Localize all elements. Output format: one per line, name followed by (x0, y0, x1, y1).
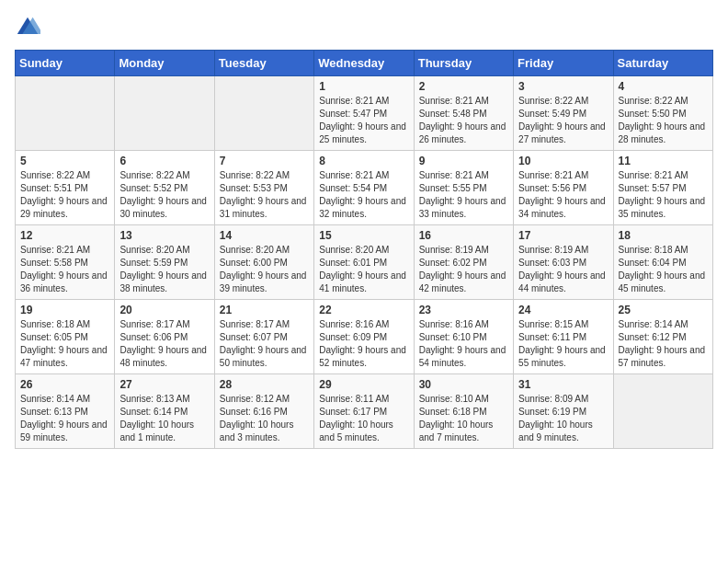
calendar-day-cell: 13Sunrise: 8:20 AM Sunset: 5:59 PM Dayli… (115, 225, 214, 300)
calendar-day-cell (16, 76, 115, 151)
day-info: Sunrise: 8:16 AM Sunset: 6:10 PM Dayligh… (419, 318, 508, 370)
day-number: 25 (619, 304, 708, 316)
calendar-day-cell: 28Sunrise: 8:12 AM Sunset: 6:16 PM Dayli… (214, 374, 313, 449)
day-number: 17 (518, 229, 608, 242)
day-info: Sunrise: 8:21 AM Sunset: 5:58 PM Dayligh… (20, 244, 109, 295)
calendar-day-cell: 20Sunrise: 8:17 AM Sunset: 6:06 PM Dayli… (115, 300, 214, 374)
calendar-day-cell: 23Sunrise: 8:16 AM Sunset: 6:10 PM Dayli… (414, 300, 513, 374)
day-number: 18 (619, 229, 708, 242)
day-number: 1 (319, 80, 408, 93)
calendar-day-cell: 19Sunrise: 8:18 AM Sunset: 6:05 PM Dayli… (16, 300, 115, 374)
day-number: 29 (319, 378, 408, 391)
day-number: 4 (619, 80, 708, 93)
day-number: 22 (319, 304, 408, 316)
calendar-day-cell: 5Sunrise: 8:22 AM Sunset: 5:51 PM Daylig… (16, 151, 115, 225)
day-info: Sunrise: 8:17 AM Sunset: 6:07 PM Dayligh… (220, 318, 309, 370)
day-number: 2 (419, 80, 508, 93)
calendar-day-cell: 7Sunrise: 8:22 AM Sunset: 5:53 PM Daylig… (214, 151, 313, 225)
day-info: Sunrise: 8:19 AM Sunset: 6:03 PM Dayligh… (518, 244, 608, 295)
calendar-day-cell: 10Sunrise: 8:21 AM Sunset: 5:56 PM Dayli… (514, 151, 613, 225)
calendar-day-cell (115, 76, 214, 151)
day-number: 8 (319, 155, 408, 167)
logo-icon (15, 15, 40, 40)
calendar-week-row: 19Sunrise: 8:18 AM Sunset: 6:05 PM Dayli… (16, 300, 713, 374)
day-number: 23 (419, 304, 508, 316)
day-info: Sunrise: 8:18 AM Sunset: 6:04 PM Dayligh… (619, 244, 708, 295)
day-number: 12 (20, 229, 109, 242)
day-info: Sunrise: 8:11 AM Sunset: 6:17 PM Dayligh… (319, 393, 408, 444)
calendar-day-cell: 14Sunrise: 8:20 AM Sunset: 6:00 PM Dayli… (214, 225, 313, 300)
calendar-day-cell: 17Sunrise: 8:19 AM Sunset: 6:03 PM Dayli… (514, 225, 613, 300)
day-number: 28 (220, 378, 309, 391)
calendar-day-cell (214, 76, 313, 151)
day-number: 24 (518, 304, 608, 316)
day-number: 6 (119, 155, 209, 167)
day-number: 5 (20, 155, 109, 167)
calendar-table: SundayMondayTuesdayWednesdayThursdayFrid… (15, 50, 713, 449)
day-of-week-header: Friday (514, 51, 613, 76)
day-info: Sunrise: 8:22 AM Sunset: 5:49 PM Dayligh… (518, 95, 608, 146)
calendar-day-cell: 11Sunrise: 8:21 AM Sunset: 5:57 PM Dayli… (613, 151, 712, 225)
calendar-day-cell: 26Sunrise: 8:14 AM Sunset: 6:13 PM Dayli… (16, 374, 115, 449)
day-info: Sunrise: 8:13 AM Sunset: 6:14 PM Dayligh… (119, 393, 209, 444)
calendar-day-cell: 9Sunrise: 8:21 AM Sunset: 5:55 PM Daylig… (414, 151, 513, 225)
day-info: Sunrise: 8:22 AM Sunset: 5:53 PM Dayligh… (220, 169, 309, 221)
day-number: 9 (419, 155, 508, 167)
calendar-day-cell: 2Sunrise: 8:21 AM Sunset: 5:48 PM Daylig… (414, 76, 513, 151)
day-info: Sunrise: 8:20 AM Sunset: 5:59 PM Dayligh… (119, 244, 209, 295)
day-number: 11 (619, 155, 708, 167)
day-info: Sunrise: 8:12 AM Sunset: 6:16 PM Dayligh… (220, 393, 309, 444)
day-info: Sunrise: 8:21 AM Sunset: 5:56 PM Dayligh… (518, 169, 608, 221)
calendar-day-cell: 1Sunrise: 8:21 AM Sunset: 5:47 PM Daylig… (314, 76, 414, 151)
day-number: 27 (119, 378, 209, 391)
day-of-week-header: Thursday (414, 51, 513, 76)
calendar-week-row: 26Sunrise: 8:14 AM Sunset: 6:13 PM Dayli… (16, 374, 713, 449)
calendar-day-cell: 22Sunrise: 8:16 AM Sunset: 6:09 PM Dayli… (314, 300, 414, 374)
day-info: Sunrise: 8:14 AM Sunset: 6:13 PM Dayligh… (20, 393, 109, 444)
day-number: 10 (518, 155, 608, 167)
logo (15, 15, 44, 40)
day-number: 13 (119, 229, 209, 242)
day-number: 19 (20, 304, 109, 316)
calendar-day-cell (613, 374, 712, 449)
day-info: Sunrise: 8:21 AM Sunset: 5:47 PM Dayligh… (319, 95, 408, 146)
day-info: Sunrise: 8:18 AM Sunset: 6:05 PM Dayligh… (20, 318, 109, 370)
calendar-day-cell: 29Sunrise: 8:11 AM Sunset: 6:17 PM Dayli… (314, 374, 414, 449)
day-number: 30 (419, 378, 508, 391)
calendar-day-cell: 24Sunrise: 8:15 AM Sunset: 6:11 PM Dayli… (514, 300, 613, 374)
day-number: 31 (518, 378, 608, 391)
calendar-day-cell: 18Sunrise: 8:18 AM Sunset: 6:04 PM Dayli… (613, 225, 712, 300)
day-of-week-header: Monday (115, 51, 214, 76)
calendar-day-cell: 4Sunrise: 8:22 AM Sunset: 5:50 PM Daylig… (613, 76, 712, 151)
calendar-day-cell: 6Sunrise: 8:22 AM Sunset: 5:52 PM Daylig… (115, 151, 214, 225)
day-number: 16 (419, 229, 508, 242)
day-info: Sunrise: 8:20 AM Sunset: 6:00 PM Dayligh… (220, 244, 309, 295)
day-info: Sunrise: 8:22 AM Sunset: 5:51 PM Dayligh… (20, 169, 109, 221)
day-info: Sunrise: 8:21 AM Sunset: 5:48 PM Dayligh… (419, 95, 508, 146)
day-of-week-header: Tuesday (214, 51, 313, 76)
calendar-day-cell: 8Sunrise: 8:21 AM Sunset: 5:54 PM Daylig… (314, 151, 414, 225)
day-of-week-header: Sunday (16, 51, 115, 76)
day-info: Sunrise: 8:20 AM Sunset: 6:01 PM Dayligh… (319, 244, 408, 295)
calendar-header-row: SundayMondayTuesdayWednesdayThursdayFrid… (16, 51, 713, 76)
day-info: Sunrise: 8:15 AM Sunset: 6:11 PM Dayligh… (518, 318, 608, 370)
day-number: 7 (220, 155, 309, 167)
calendar-day-cell: 16Sunrise: 8:19 AM Sunset: 6:02 PM Dayli… (414, 225, 513, 300)
day-info: Sunrise: 8:22 AM Sunset: 5:50 PM Dayligh… (619, 95, 708, 146)
day-of-week-header: Wednesday (314, 51, 414, 76)
day-number: 14 (220, 229, 309, 242)
day-info: Sunrise: 8:21 AM Sunset: 5:55 PM Dayligh… (419, 169, 508, 221)
calendar-day-cell: 12Sunrise: 8:21 AM Sunset: 5:58 PM Dayli… (16, 225, 115, 300)
day-number: 20 (119, 304, 209, 316)
day-number: 3 (518, 80, 608, 93)
day-info: Sunrise: 8:22 AM Sunset: 5:52 PM Dayligh… (119, 169, 209, 221)
day-info: Sunrise: 8:19 AM Sunset: 6:02 PM Dayligh… (419, 244, 508, 295)
calendar-week-row: 1Sunrise: 8:21 AM Sunset: 5:47 PM Daylig… (16, 76, 713, 151)
day-info: Sunrise: 8:14 AM Sunset: 6:12 PM Dayligh… (619, 318, 708, 370)
calendar-week-row: 12Sunrise: 8:21 AM Sunset: 5:58 PM Dayli… (16, 225, 713, 300)
calendar-day-cell: 30Sunrise: 8:10 AM Sunset: 6:18 PM Dayli… (414, 374, 513, 449)
page-header (15, 15, 713, 40)
day-number: 21 (220, 304, 309, 316)
day-info: Sunrise: 8:17 AM Sunset: 6:06 PM Dayligh… (119, 318, 209, 370)
calendar-day-cell: 21Sunrise: 8:17 AM Sunset: 6:07 PM Dayli… (214, 300, 313, 374)
